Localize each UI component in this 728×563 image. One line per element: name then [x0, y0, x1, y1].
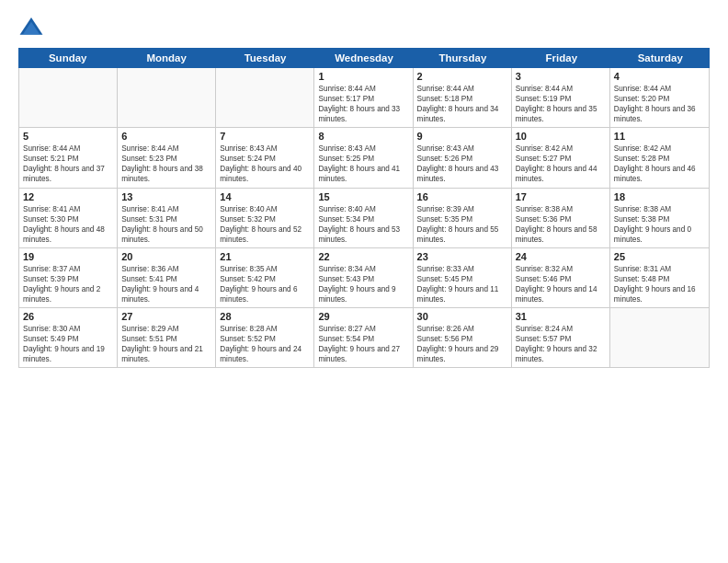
header-day-tuesday: Tuesday — [216, 48, 314, 68]
header-day-monday: Monday — [117, 48, 215, 68]
day-number: 7 — [220, 131, 310, 142]
calendar-cell: 25Sunrise: 8:31 AM Sunset: 5:48 PM Dayli… — [610, 248, 709, 307]
cell-info: Sunrise: 8:43 AM Sunset: 5:26 PM Dayligh… — [417, 144, 507, 184]
cell-info: Sunrise: 8:32 AM Sunset: 5:46 PM Dayligh… — [516, 264, 606, 304]
cell-info: Sunrise: 8:40 AM Sunset: 5:34 PM Dayligh… — [318, 204, 408, 245]
header-day-saturday: Saturday — [611, 48, 710, 68]
day-number: 30 — [417, 311, 507, 322]
calendar-cell: 9Sunrise: 8:43 AM Sunset: 5:26 PM Daylig… — [414, 128, 512, 187]
day-number: 14 — [220, 191, 310, 202]
calendar-header: SundayMondayTuesdayWednesdayThursdayFrid… — [18, 48, 710, 68]
cell-info: Sunrise: 8:38 AM Sunset: 5:36 PM Dayligh… — [516, 204, 606, 245]
calendar-cell: 8Sunrise: 8:43 AM Sunset: 5:25 PM Daylig… — [314, 128, 413, 187]
calendar-cell — [216, 68, 314, 127]
cell-info: Sunrise: 8:44 AM Sunset: 5:19 PM Dayligh… — [516, 84, 606, 124]
logo-icon — [18, 15, 44, 40]
calendar-cell: 18Sunrise: 8:38 AM Sunset: 5:38 PM Dayli… — [610, 189, 709, 247]
calendar-cell: 29Sunrise: 8:27 AM Sunset: 5:54 PM Dayli… — [314, 308, 413, 367]
calendar-row-4: 19Sunrise: 8:37 AM Sunset: 5:39 PM Dayli… — [19, 248, 709, 308]
calendar-cell: 11Sunrise: 8:42 AM Sunset: 5:28 PM Dayli… — [610, 128, 709, 187]
calendar-cell: 28Sunrise: 8:28 AM Sunset: 5:52 PM Dayli… — [216, 308, 314, 367]
calendar-cell: 26Sunrise: 8:30 AM Sunset: 5:49 PM Dayli… — [19, 308, 118, 367]
cell-info: Sunrise: 8:34 AM Sunset: 5:43 PM Dayligh… — [318, 264, 408, 304]
calendar-cell: 23Sunrise: 8:33 AM Sunset: 5:45 PM Dayli… — [414, 248, 512, 307]
cell-info: Sunrise: 8:44 AM Sunset: 5:18 PM Dayligh… — [417, 84, 507, 124]
cell-info: Sunrise: 8:29 AM Sunset: 5:51 PM Dayligh… — [121, 324, 211, 364]
day-number: 28 — [220, 311, 310, 322]
calendar: SundayMondayTuesdayWednesdayThursdayFrid… — [18, 48, 710, 554]
day-number: 31 — [516, 311, 606, 322]
day-number: 13 — [121, 191, 211, 202]
cell-info: Sunrise: 8:39 AM Sunset: 5:35 PM Dayligh… — [417, 204, 507, 245]
header-day-wednesday: Wednesday — [314, 48, 413, 68]
header-day-friday: Friday — [512, 48, 610, 68]
day-number: 4 — [614, 71, 705, 82]
calendar-cell: 16Sunrise: 8:39 AM Sunset: 5:35 PM Dayli… — [414, 189, 512, 247]
calendar-cell: 10Sunrise: 8:42 AM Sunset: 5:27 PM Dayli… — [512, 128, 610, 187]
day-number: 15 — [318, 191, 408, 202]
day-number: 9 — [417, 131, 507, 142]
calendar-cell: 20Sunrise: 8:36 AM Sunset: 5:41 PM Dayli… — [118, 248, 216, 307]
calendar-cell: 5Sunrise: 8:44 AM Sunset: 5:21 PM Daylig… — [19, 128, 118, 187]
calendar-row-3: 12Sunrise: 8:41 AM Sunset: 5:30 PM Dayli… — [19, 189, 709, 248]
calendar-body-outer: 1Sunrise: 8:44 AM Sunset: 5:17 PM Daylig… — [18, 68, 710, 368]
calendar-cell: 19Sunrise: 8:37 AM Sunset: 5:39 PM Dayli… — [19, 248, 118, 307]
calendar-row-5: 26Sunrise: 8:30 AM Sunset: 5:49 PM Dayli… — [19, 308, 709, 367]
cell-info: Sunrise: 8:43 AM Sunset: 5:25 PM Dayligh… — [318, 144, 408, 184]
day-number: 17 — [516, 191, 606, 202]
calendar-cell: 4Sunrise: 8:44 AM Sunset: 5:20 PM Daylig… — [610, 68, 709, 127]
calendar-cell — [19, 68, 118, 127]
day-number: 10 — [516, 131, 606, 142]
day-number: 2 — [417, 71, 507, 82]
calendar-cell: 30Sunrise: 8:26 AM Sunset: 5:56 PM Dayli… — [414, 308, 512, 367]
cell-info: Sunrise: 8:41 AM Sunset: 5:31 PM Dayligh… — [121, 204, 211, 245]
calendar-body: 1Sunrise: 8:44 AM Sunset: 5:17 PM Daylig… — [19, 68, 709, 367]
cell-info: Sunrise: 8:42 AM Sunset: 5:27 PM Dayligh… — [516, 144, 606, 184]
cell-info: Sunrise: 8:26 AM Sunset: 5:56 PM Dayligh… — [417, 324, 507, 364]
calendar-cell: 7Sunrise: 8:43 AM Sunset: 5:24 PM Daylig… — [216, 128, 314, 187]
day-number: 12 — [23, 191, 113, 202]
calendar-cell — [118, 68, 216, 127]
day-number: 23 — [417, 251, 507, 262]
logo — [18, 15, 48, 40]
day-number: 1 — [318, 71, 408, 82]
cell-info: Sunrise: 8:42 AM Sunset: 5:28 PM Dayligh… — [614, 144, 705, 184]
day-number: 26 — [23, 311, 113, 322]
page: SundayMondayTuesdayWednesdayThursdayFrid… — [0, 0, 728, 563]
calendar-cell: 1Sunrise: 8:44 AM Sunset: 5:17 PM Daylig… — [314, 68, 413, 127]
calendar-row-1: 1Sunrise: 8:44 AM Sunset: 5:17 PM Daylig… — [19, 68, 709, 128]
calendar-cell: 13Sunrise: 8:41 AM Sunset: 5:31 PM Dayli… — [118, 189, 216, 247]
calendar-cell: 21Sunrise: 8:35 AM Sunset: 5:42 PM Dayli… — [216, 248, 314, 307]
cell-info: Sunrise: 8:31 AM Sunset: 5:48 PM Dayligh… — [614, 264, 705, 304]
cell-info: Sunrise: 8:43 AM Sunset: 5:24 PM Dayligh… — [220, 144, 310, 184]
cell-info: Sunrise: 8:44 AM Sunset: 5:21 PM Dayligh… — [23, 144, 113, 184]
calendar-cell: 6Sunrise: 8:44 AM Sunset: 5:23 PM Daylig… — [118, 128, 216, 187]
day-number: 6 — [121, 131, 211, 142]
cell-info: Sunrise: 8:24 AM Sunset: 5:57 PM Dayligh… — [516, 324, 606, 364]
cell-info: Sunrise: 8:27 AM Sunset: 5:54 PM Dayligh… — [318, 324, 408, 364]
day-number: 19 — [23, 251, 113, 262]
cell-info: Sunrise: 8:30 AM Sunset: 5:49 PM Dayligh… — [23, 324, 113, 364]
day-number: 27 — [121, 311, 211, 322]
calendar-cell: 17Sunrise: 8:38 AM Sunset: 5:36 PM Dayli… — [512, 189, 610, 247]
calendar-cell: 31Sunrise: 8:24 AM Sunset: 5:57 PM Dayli… — [512, 308, 610, 367]
day-number: 25 — [614, 251, 705, 262]
day-number: 5 — [23, 131, 113, 142]
calendar-cell: 14Sunrise: 8:40 AM Sunset: 5:32 PM Dayli… — [216, 189, 314, 247]
calendar-cell: 3Sunrise: 8:44 AM Sunset: 5:19 PM Daylig… — [512, 68, 610, 127]
cell-info: Sunrise: 8:35 AM Sunset: 5:42 PM Dayligh… — [220, 264, 310, 304]
day-number: 29 — [318, 311, 408, 322]
header-day-sunday: Sunday — [18, 48, 117, 68]
cell-info: Sunrise: 8:38 AM Sunset: 5:38 PM Dayligh… — [614, 204, 705, 245]
cell-info: Sunrise: 8:37 AM Sunset: 5:39 PM Dayligh… — [23, 264, 113, 304]
header-day-thursday: Thursday — [414, 48, 512, 68]
cell-info: Sunrise: 8:36 AM Sunset: 5:41 PM Dayligh… — [121, 264, 211, 304]
calendar-cell: 12Sunrise: 8:41 AM Sunset: 5:30 PM Dayli… — [19, 189, 118, 247]
cell-info: Sunrise: 8:33 AM Sunset: 5:45 PM Dayligh… — [417, 264, 507, 304]
header — [18, 15, 710, 40]
calendar-cell: 2Sunrise: 8:44 AM Sunset: 5:18 PM Daylig… — [414, 68, 512, 127]
cell-info: Sunrise: 8:44 AM Sunset: 5:20 PM Dayligh… — [614, 84, 705, 124]
day-number: 24 — [516, 251, 606, 262]
calendar-cell — [610, 308, 709, 367]
day-number: 16 — [417, 191, 507, 202]
